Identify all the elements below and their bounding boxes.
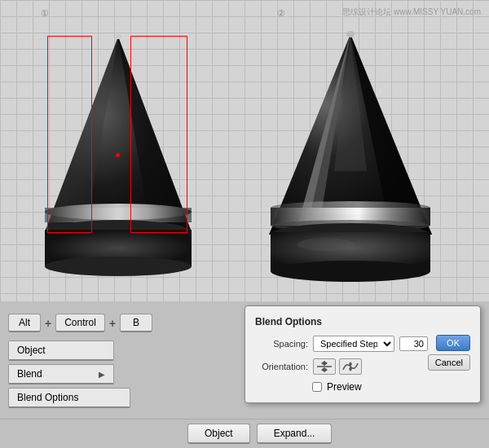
svg-marker-24 [321,361,328,366]
bottom-bar: Object Expand... [0,419,489,448]
alt-key[interactable]: Alt [8,314,41,332]
spacing-label: Spacing: [255,339,308,349]
center-dot [116,153,120,157]
align-to-page-icon[interactable] [313,358,336,375]
align-to-path-icon[interactable] [339,358,362,375]
watermark: 思综设计论坛 www.MISSY YUAN.com [342,7,481,18]
ok-button[interactable]: OK [436,335,470,351]
bottom-panel: Alt + Control + B Object Blend ▶ Blend O… [0,301,489,448]
bottom-expand-button[interactable]: Expand... [257,424,333,444]
plus-1: + [45,317,51,330]
svg-marker-25 [321,367,328,372]
svg-point-21 [297,238,355,251]
preview-label: Preview [327,381,362,393]
svg-point-16 [271,201,430,214]
spacing-select[interactable]: Specified Steps Specified Distance Smoot… [313,336,394,352]
steps-input[interactable] [399,336,428,351]
svg-point-20 [271,261,430,282]
step-number-1: ① [41,8,49,19]
step-number-2: ② [277,8,285,19]
orientation-icons [313,358,362,375]
dialog-buttons: OK Cancel [428,335,470,371]
preview-checkbox[interactable] [312,382,322,392]
blend-options-dialog: Blend Options Spacing: Specified Steps S… [244,305,481,403]
cone-left [24,24,212,285]
plus-2: + [109,317,116,330]
cone-right [253,24,448,285]
blend-arrow-icon: ▶ [99,370,105,379]
svg-point-8 [45,257,192,276]
preview-row: Preview [255,381,470,393]
orientation-label: Orientation: [255,362,308,371]
cancel-button[interactable]: Cancel [428,354,470,371]
object-menu-button[interactable]: Object [8,340,114,361]
blend-menu-button[interactable]: Blend ▶ [8,364,114,384]
shortcut-row: Alt + Control + B [8,314,220,332]
bottom-object-button[interactable]: Object [187,424,250,444]
canvas-area: 思综设计论坛 www.MISSY YUAN.com ① ② [0,0,489,301]
b-key[interactable]: B [120,314,152,332]
control-key[interactable]: Control [55,314,105,332]
svg-point-9 [115,34,121,39]
svg-point-22 [346,31,355,37]
dialog-title: Blend Options [255,316,470,327]
blend-options-menu-button[interactable]: Blend Options [8,388,130,408]
